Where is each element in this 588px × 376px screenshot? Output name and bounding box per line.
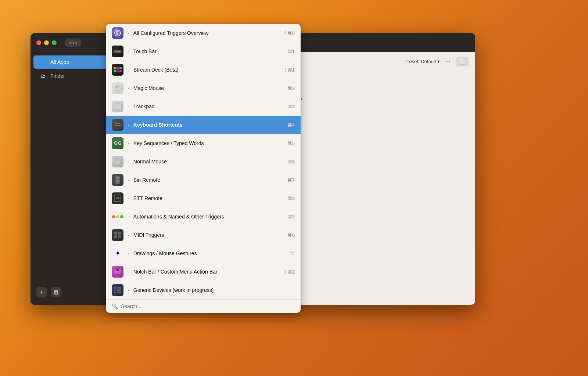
svg-rect-7: [119, 123, 120, 124]
menu-item-all-triggers-shortcut: ⇧⌘0: [283, 30, 295, 36]
menu-item-stream-deck-shortcut: ⇧⌘1: [283, 67, 295, 73]
key-sequences-icon: G G: [112, 137, 123, 149]
automations-icon: [112, 211, 123, 223]
notchbar-icon: [112, 266, 123, 278]
menu-item-stream-deck-label: Stream Deck (Beta): [133, 67, 279, 73]
search-icon: 🔍: [112, 303, 118, 309]
maximize-button[interactable]: [52, 40, 57, 45]
add-button[interactable]: +: [36, 287, 47, 297]
menu-item-midi[interactable]: • MIDI Triggers ⌘0: [106, 226, 301, 244]
expand-icon: ⬜: [459, 59, 466, 65]
menu-item-magic-mouse-shortcut: ⌘2: [287, 86, 295, 91]
bullet-icon: •: [128, 123, 129, 127]
menu-item-btt-remote[interactable]: BT • BTT Remote ⌘8: [106, 189, 301, 207]
streamdeck-icon: [112, 64, 123, 76]
svg-rect-5: [116, 123, 117, 124]
menu-item-automations-shortcut: ⌘9: [287, 214, 295, 220]
midi-icon: [112, 229, 123, 241]
svg-rect-6: [118, 123, 119, 124]
trigger-icon: [112, 27, 123, 39]
menu-item-siri-remote-label: Siri Remote: [133, 177, 283, 183]
menu-item-normal-mouse-shortcut: ⌘6: [287, 159, 295, 164]
sidebar-item-finder-label: Finder: [50, 73, 65, 79]
bullet-icon: •: [128, 87, 129, 90]
bullet-icon: •: [128, 160, 129, 163]
menu-item-drawings-shortcut: ⌘': [289, 251, 295, 256]
menu-item-btt-remote-shortcut: ⌘8: [287, 196, 295, 201]
menu-item-midi-label: MIDI Triggers: [133, 232, 283, 238]
nav-back-button[interactable]: <<<: [65, 39, 81, 47]
minimize-button[interactable]: [44, 40, 49, 45]
menu-item-notchbar[interactable]: • Notch Bar / Custom Menu Action Bar ⇧⌘2: [106, 263, 301, 281]
menu-item-touch-bar[interactable]: • Touch Bar ⌘1: [106, 42, 301, 61]
menu-item-touch-bar-label: Touch Bar: [133, 48, 283, 54]
bullet-icon: •: [128, 68, 129, 72]
normal-mouse-icon: [112, 156, 123, 167]
close-button[interactable]: [36, 40, 41, 45]
menu-item-key-sequences-label: Key Sequences / Typed Words: [133, 140, 283, 146]
search-input[interactable]: [121, 303, 295, 309]
menu-item-trackpad-label: Trackpad: [133, 104, 283, 109]
finder-icon: 🗂: [39, 72, 47, 80]
drawings-icon: ✦: [112, 247, 123, 259]
preset-label[interactable]: Preset: Default ▾: [404, 59, 440, 64]
siri-remote-icon: [112, 174, 123, 186]
more-button[interactable]: ···: [443, 57, 453, 66]
menu-item-trackpad[interactable]: • Trackpad ⌘3: [106, 97, 301, 116]
bullet-icon: •: [128, 289, 129, 292]
btt-remote-icon: BT: [112, 192, 123, 204]
menu-item-trackpad-shortcut: ⌘3: [287, 104, 295, 109]
bullet-icon: •: [128, 270, 129, 274]
bullet-icon: •: [128, 197, 129, 200]
menu-item-generic-label: Generic Devices (work in progress): [133, 287, 290, 293]
keyboard-icon: [112, 119, 123, 131]
menu-item-all-triggers-label: All Configured Triggers Overview: [133, 30, 279, 36]
menu-item-drawings[interactable]: ✦ • Drawings / Mouse Gestures ⌘': [106, 244, 301, 263]
menu-item-siri-remote[interactable]: • Siri Remote ⌘7: [106, 171, 301, 189]
svg-rect-10: [119, 125, 121, 126]
menu-item-notchbar-shortcut: ⇧⌘2: [283, 269, 295, 275]
bullet-icon: •: [128, 178, 129, 182]
menu-item-all-triggers[interactable]: • All Configured Triggers Overview ⇧⌘0: [106, 24, 301, 42]
menu-item-automations[interactable]: • Automations & Named & Other Triggers ⌘…: [106, 207, 301, 226]
sidebar-item-all-apps-label: All Apps: [50, 59, 69, 65]
bullet-icon: •: [128, 32, 129, 35]
menu-item-notchbar-label: Notch Bar / Custom Menu Action Bar: [133, 269, 279, 275]
dropdown-menu: • All Configured Triggers Overview ⇧⌘0 •…: [106, 24, 301, 313]
svg-rect-9: [116, 125, 119, 126]
menu-search: 🔍: [106, 299, 301, 313]
expand-button[interactable]: ⬜: [456, 57, 469, 66]
menu-item-keyboard-shortcut: ⌘4: [287, 122, 295, 128]
trackpad-icon: [112, 101, 123, 112]
menu-item-keyboard[interactable]: • Keyboard Shortcuts ⌘4: [106, 116, 301, 134]
svg-rect-8: [115, 125, 116, 126]
generic-icon: [112, 284, 123, 296]
bullet-icon: •: [128, 234, 129, 237]
all-apps-icon: 🌐: [39, 58, 47, 66]
magic-mouse-icon: [112, 82, 123, 94]
bullet-icon: •: [128, 215, 129, 218]
menu-item-stream-deck[interactable]: • Stream Deck (Beta) ⇧⌘1: [106, 61, 301, 79]
menu-item-magic-mouse-label: Magic Mouse: [133, 85, 283, 91]
bullet-icon: •: [128, 50, 129, 53]
bullet-icon: •: [128, 252, 129, 255]
menu-item-key-sequences[interactable]: G G • Key Sequences / Typed Words ⌘5: [106, 134, 301, 152]
bullet-icon: •: [128, 142, 129, 145]
menu-item-drawings-label: Drawings / Mouse Gestures: [133, 250, 285, 256]
menu-item-generic[interactable]: • Generic Devices (work in progress): [106, 281, 301, 299]
delete-button[interactable]: 🗑: [51, 287, 61, 297]
touchbar-icon: [112, 46, 123, 57]
menu-item-normal-mouse-label: Normal Mouse: [133, 159, 283, 164]
menu-item-touch-bar-shortcut: ⌘1: [287, 49, 295, 54]
menu-item-keyboard-label: Keyboard Shortcuts: [133, 122, 283, 128]
menu-item-magic-mouse[interactable]: • Magic Mouse ⌘2: [106, 79, 301, 97]
svg-point-2: [117, 33, 118, 34]
menu-item-key-sequences-shortcut: ⌘5: [287, 141, 295, 146]
menu-item-siri-remote-shortcut: ⌘7: [287, 177, 295, 183]
svg-rect-4: [115, 123, 116, 124]
menu-item-automations-label: Automations & Named & Other Triggers: [133, 214, 283, 220]
menu-item-normal-mouse[interactable]: • Normal Mouse ⌘6: [106, 152, 301, 171]
bullet-icon: •: [128, 105, 129, 108]
trash-icon: 🗑: [53, 289, 59, 296]
traffic-lights: [36, 40, 57, 45]
